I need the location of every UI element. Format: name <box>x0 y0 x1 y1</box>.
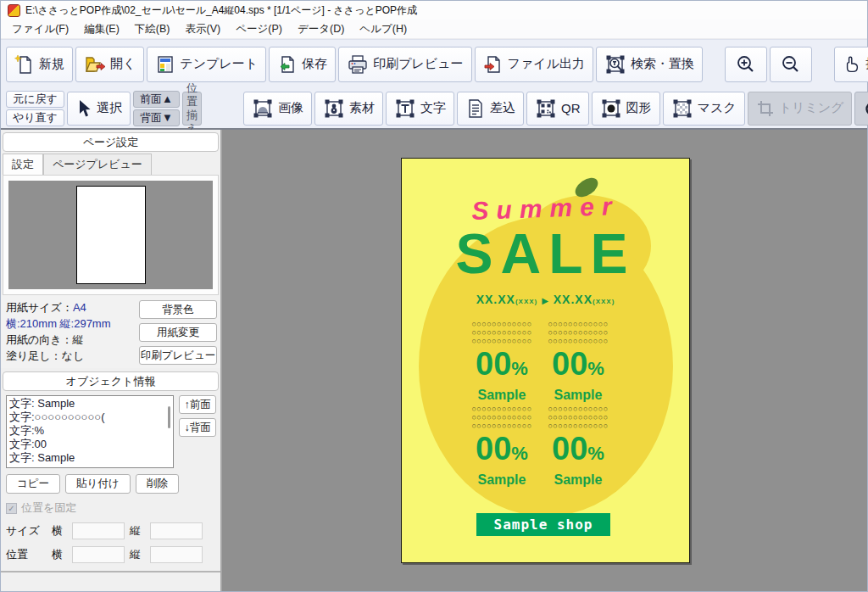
zoom-in-button[interactable] <box>725 47 767 82</box>
size-v-label: 縦 <box>130 523 145 539</box>
send-back-button[interactable]: 背面▼ <box>133 109 180 126</box>
placeholder-circles: ○○○○○○○○○○○○○○○○○○○○○○○○○○○○○○○○○○○○ <box>527 320 629 345</box>
open-button[interactable]: 開く <box>75 47 144 82</box>
menu-file[interactable]: ファイル(F) <box>4 20 76 39</box>
zoom-in-icon <box>736 54 756 75</box>
cursor-icon <box>75 98 92 119</box>
paper-change-button[interactable]: 用紙変更 <box>139 323 217 342</box>
paper-preview-area <box>8 181 213 289</box>
material-icon <box>323 98 345 120</box>
zoom-out-icon <box>781 54 801 75</box>
list-item[interactable]: 文字:% <box>9 424 170 438</box>
search-replace-button[interactable]: 検索・置換 <box>596 47 703 82</box>
printer-icon <box>347 54 369 75</box>
hand-icon <box>843 55 861 74</box>
menu-bar: ファイル(F) 編集(E) 下絵(B) 表示(V) ページ(P) データ(D) … <box>1 20 867 39</box>
size-label: サイズ <box>6 523 47 539</box>
poster-page[interactable]: Summer SALE XX.XX(XXX) ▶ XX.XX(XXX) ○○○○… <box>401 158 690 563</box>
paper-preview-page <box>76 186 146 284</box>
fix-position-checkbox[interactable]: ✓ <box>6 503 17 514</box>
new-button[interactable]: 新規 <box>6 47 73 82</box>
object-list[interactable]: 文字: Sample 文字:○○○○○○○○○○( 文字:% 文字:00 文字:… <box>6 395 174 468</box>
print-preview-side-button[interactable]: 印刷プレビュー <box>139 346 217 365</box>
page-settings-header: ページ設定 <box>3 132 219 152</box>
poster-sale-text[interactable]: SALE <box>402 218 689 289</box>
bring-front-button[interactable]: 前面▲ <box>133 91 180 108</box>
discount-block[interactable]: ○○○○○○○○○○○○○○○○○○○○○○○○○○○○○○○○○○○○ 00%… <box>527 405 629 488</box>
save-icon <box>277 54 298 75</box>
shape-icon <box>600 98 622 120</box>
paper-bleed: 塗り足し：なし <box>6 348 139 364</box>
image-button[interactable]: 画像 <box>243 92 312 126</box>
undo-button[interactable]: 元に戻す <box>6 91 64 108</box>
page-settings-tabs: 設定 ページプレビュー <box>3 155 220 175</box>
position-label: 位置 <box>6 547 47 562</box>
zoom-out-button[interactable] <box>770 47 812 82</box>
window-title: E:\ささっとPOP作成\02_セール\セール_A4縦04.sps * [1/1… <box>25 3 417 18</box>
discount-block[interactable]: ○○○○○○○○○○○○○○○○○○○○○○○○○○○○○○○○○○○○ 00%… <box>527 320 629 403</box>
title-bar: E:\ささっとPOP作成\02_セール\セール_A4縦04.sps * [1/1… <box>1 1 867 20</box>
menu-draft[interactable]: 下絵(B) <box>127 20 178 39</box>
menu-help[interactable]: ヘルプ(H) <box>352 20 415 39</box>
rotate-button[interactable]: 回転 <box>854 92 868 126</box>
edit-toolbar: 元に戻す やり直す 選択 前面▲ 背面▼ 位置揃え 画像 素材 文字 差込 <box>1 88 867 130</box>
image-icon <box>252 98 274 120</box>
object-back-button[interactable]: ↓背面 <box>179 418 216 437</box>
print-preview-button[interactable]: 印刷プレビュー <box>338 47 471 82</box>
app-window: E:\ささっとPOP作成\02_セール\セール_A4縦04.sps * [1/1… <box>0 0 868 592</box>
shop-name-banner[interactable]: Sample shop <box>476 513 610 536</box>
tab-page-preview[interactable]: ページプレビュー <box>43 154 152 175</box>
size-width-input[interactable] <box>72 522 125 539</box>
check-icon: ✓ <box>8 504 14 513</box>
background-color-button[interactable]: 背景色 <box>139 300 217 319</box>
align-button[interactable]: 位置揃え <box>182 92 202 126</box>
search-replace-icon <box>604 53 626 75</box>
list-item[interactable]: 文字:○○○○○○○○○○( <box>9 410 170 424</box>
trim-button: トリミング <box>748 92 853 126</box>
list-item[interactable]: 文字: Sample <box>9 451 170 465</box>
mask-icon <box>671 98 693 120</box>
file-output-button[interactable]: ファイル出力 <box>475 47 593 82</box>
paper-orientation: 用紙の向き：縦 <box>6 332 139 348</box>
merge-button[interactable]: 差込 <box>457 92 524 126</box>
fix-position-label: 位置を固定 <box>21 500 76 516</box>
tab-settings[interactable]: 設定 <box>3 154 43 175</box>
material-button[interactable]: 素材 <box>314 92 383 126</box>
menu-edit[interactable]: 編集(E) <box>76 20 127 39</box>
menu-page[interactable]: ページ(P) <box>228 20 290 39</box>
menu-data[interactable]: データ(D) <box>290 20 352 39</box>
text-icon <box>394 98 416 120</box>
paper-dimensions: 横:210mm 縦:297mm <box>6 316 139 332</box>
merge-field-icon <box>465 98 486 119</box>
select-button[interactable]: 選択 <box>67 92 131 126</box>
placeholder-circles: ○○○○○○○○○○○○○○○○○○○○○○○○○○○○○○○○○○○○ <box>527 405 629 430</box>
mask-button[interactable]: マスク <box>663 92 745 126</box>
text-button[interactable]: 文字 <box>386 92 454 126</box>
copy-button[interactable]: コピー <box>6 474 60 494</box>
list-item[interactable]: 文字:00 <box>9 438 170 451</box>
panel-divider <box>1 571 220 572</box>
qr-button[interactable]: QR <box>526 92 589 126</box>
pos-v-label: 縦 <box>130 547 145 562</box>
paper-size-label: 用紙サイズ： <box>6 301 73 314</box>
redo-button[interactable]: やり直す <box>6 109 64 126</box>
position-y-input[interactable] <box>150 546 203 563</box>
poster-date-text[interactable]: XX.XX(XXX) ▶ XX.XX(XXX) <box>402 293 689 306</box>
object-front-button[interactable]: ↑前面 <box>179 395 216 414</box>
menu-view[interactable]: 表示(V) <box>177 20 228 39</box>
template-button[interactable]: テンプレート <box>147 47 266 82</box>
position-x-input[interactable] <box>72 546 125 563</box>
delete-button[interactable]: 削除 <box>136 474 179 494</box>
listbox-scrollbar[interactable] <box>168 406 170 428</box>
document-canvas[interactable]: Summer SALE XX.XX(XXX) ▶ XX.XX(XXX) ○○○○… <box>222 130 867 591</box>
shape-button[interactable]: 図形 <box>592 92 660 126</box>
paste-button[interactable]: 貼り付け <box>65 474 131 494</box>
arrow-icon: ▶ <box>542 296 549 305</box>
list-item[interactable]: 文字: Sample <box>9 397 170 410</box>
help-button[interactable]: 操作方法 <box>834 47 868 82</box>
app-icon <box>8 4 20 17</box>
open-folder-icon <box>84 54 106 75</box>
size-height-input[interactable] <box>150 522 203 539</box>
save-button[interactable]: 保存 <box>269 47 336 82</box>
paper-size-value: A4 <box>73 301 86 314</box>
